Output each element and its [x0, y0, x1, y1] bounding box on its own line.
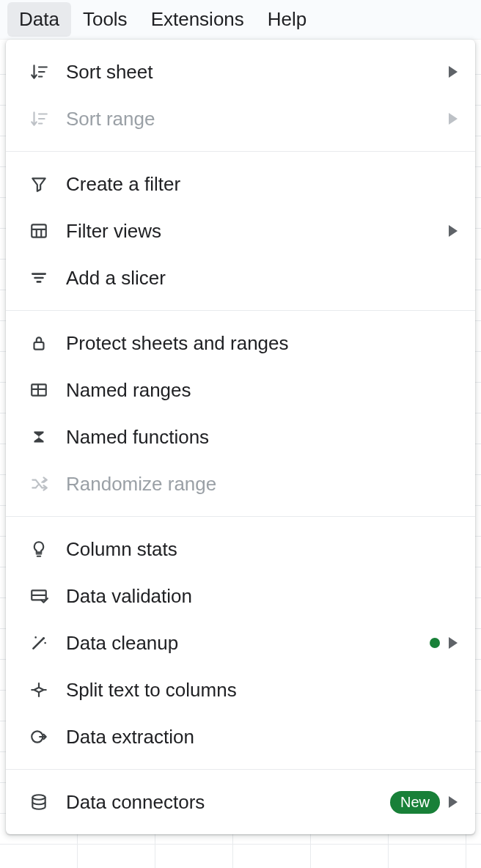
submenu-arrow-icon	[449, 113, 458, 125]
sort-range-icon	[28, 108, 50, 130]
extraction-icon	[28, 726, 50, 748]
shuffle-icon	[28, 473, 50, 495]
menu-item-named-ranges[interactable]: Named ranges	[6, 367, 475, 413]
menu-item-trail: New	[390, 791, 458, 814]
menu-item-label: Sort range	[66, 108, 449, 130]
submenu-arrow-icon	[449, 796, 458, 808]
menu-item-label: Named ranges	[66, 379, 458, 402]
menu-item-label: Data validation	[66, 585, 458, 608]
menu-item-label: Named functions	[66, 426, 458, 449]
validation-icon	[28, 585, 50, 607]
menu-item-column-stats[interactable]: Column stats	[6, 526, 475, 573]
menu-item-data-extraction[interactable]: Data extraction	[6, 713, 475, 760]
menu-item-filter-views[interactable]: Filter views	[6, 207, 475, 254]
menu-item-create-filter[interactable]: Create a filter	[6, 161, 475, 207]
menu-item-trail	[449, 66, 458, 78]
filter-icon	[28, 173, 50, 195]
menu-item-data-validation[interactable]: Data validation	[6, 573, 475, 619]
menubar-item-extensions[interactable]: Extensions	[139, 2, 256, 37]
menu-item-label: Create a filter	[66, 173, 458, 196]
lock-icon	[28, 332, 50, 354]
menu-item-named-functions[interactable]: Named functions	[6, 413, 475, 460]
menu-item-trail	[449, 113, 458, 125]
indicator-dot	[430, 638, 440, 648]
menu-separator	[6, 310, 475, 311]
menu-item-label: Filter views	[66, 220, 449, 243]
wand-icon	[28, 632, 50, 654]
menu-item-label: Data connectors	[66, 791, 390, 814]
menu-separator	[6, 769, 475, 770]
data-menu-dropdown: Sort sheetSort rangeCreate a filterFilte…	[6, 40, 475, 834]
menu-item-label: Split text to columns	[66, 679, 458, 702]
menu-item-label: Sort sheet	[66, 61, 449, 84]
filter-views-icon	[28, 220, 50, 242]
menubar-item-help[interactable]: Help	[256, 2, 318, 37]
menubar: Data Tools Extensions Help	[0, 0, 481, 40]
bulb-icon	[28, 538, 50, 560]
menu-item-trail	[449, 225, 458, 237]
split-icon	[28, 679, 50, 701]
submenu-arrow-icon	[449, 225, 458, 237]
menu-separator	[6, 151, 475, 152]
database-icon	[28, 791, 50, 813]
menubar-item-data[interactable]: Data	[7, 2, 71, 37]
menu-item-split-text[interactable]: Split text to columns	[6, 666, 475, 713]
menu-item-data-connectors[interactable]: Data connectorsNew	[6, 779, 475, 825]
menu-item-label: Column stats	[66, 538, 458, 561]
menu-item-sort-range: Sort range	[6, 95, 475, 142]
menu-item-label: Data extraction	[66, 726, 458, 749]
menu-item-label: Randomize range	[66, 473, 458, 496]
menu-item-randomize: Randomize range	[6, 460, 475, 507]
menu-item-data-cleanup[interactable]: Data cleanup	[6, 619, 475, 666]
menu-item-label: Data cleanup	[66, 632, 430, 655]
menu-item-trail	[430, 637, 458, 649]
submenu-arrow-icon	[449, 637, 458, 649]
menu-item-protect[interactable]: Protect sheets and ranges	[6, 320, 475, 367]
menu-item-sort-sheet[interactable]: Sort sheet	[6, 48, 475, 95]
new-badge: New	[390, 791, 440, 814]
sort-sheet-icon	[28, 61, 50, 83]
submenu-arrow-icon	[449, 66, 458, 78]
menu-separator	[6, 516, 475, 517]
sigma-icon	[28, 426, 50, 448]
named-ranges-icon	[28, 379, 50, 401]
menu-item-label: Protect sheets and ranges	[66, 332, 458, 355]
menubar-item-tools[interactable]: Tools	[71, 2, 139, 37]
menu-item-add-slicer[interactable]: Add a slicer	[6, 254, 475, 301]
slicer-icon	[28, 267, 50, 289]
menu-item-label: Add a slicer	[66, 267, 458, 290]
